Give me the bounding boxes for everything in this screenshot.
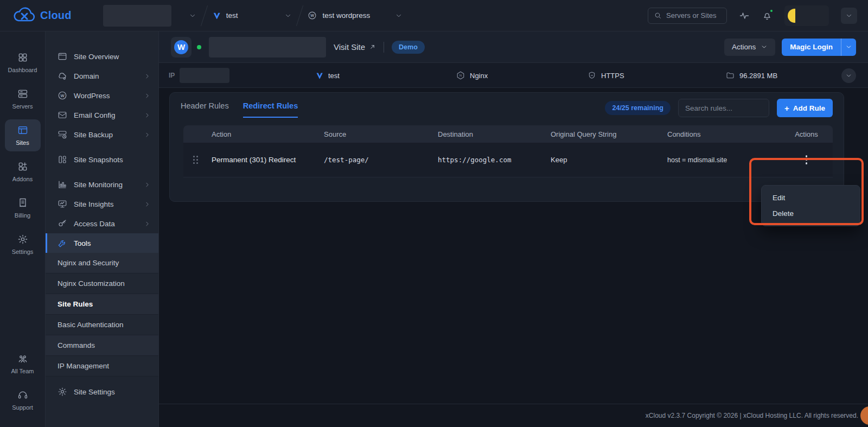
drag-handle[interactable] [193, 156, 199, 164]
redacted-site-name [209, 37, 326, 58]
chevron-right-icon [144, 112, 151, 119]
menu-item-site-snapshots[interactable]: Site Snapshots [46, 150, 158, 169]
chevron-down-icon [284, 12, 292, 20]
submenu-item-site-rules[interactable]: Site Rules [46, 294, 158, 315]
tab-redirect-rules[interactable]: Redirect Rules [243, 101, 298, 118]
col-source: Source [324, 130, 438, 138]
tab-header-rules[interactable]: Header Rules [181, 101, 229, 118]
menu-item-domain[interactable]: Domain [46, 66, 158, 86]
col-original-query-string: Original Query String [551, 130, 667, 138]
sidebar-item-billing[interactable]: Billing [5, 192, 41, 224]
col-destination: Destination [438, 130, 551, 138]
menu-item-access-data[interactable]: Access Data [46, 214, 158, 233]
site-breadcrumb-label: test [226, 11, 238, 20]
sidebar-item-sites[interactable]: Sites [5, 119, 41, 151]
external-link-icon [369, 43, 376, 50]
billing-icon [17, 197, 28, 208]
activity-icon[interactable] [739, 10, 750, 21]
chat-widget-sliver[interactable] [860, 406, 868, 425]
chevron-down-icon [395, 12, 403, 20]
rules-card: Header Rules Redirect Rules 24/25 remain… [169, 92, 844, 202]
menu-item-site-insights[interactable]: Site Insights [46, 194, 158, 214]
topbar: Cloud test W test wordpress [0, 0, 868, 31]
divider [384, 42, 384, 53]
team-icon [17, 353, 28, 364]
app-breadcrumb-label: test wordpress [322, 11, 370, 20]
svg-text:W: W [60, 93, 65, 98]
site-menu: Site Overview Domain W WordPress Email [46, 31, 159, 427]
site-breadcrumb[interactable]: test [212, 11, 292, 20]
wordpress-site-icon: W [171, 37, 192, 58]
user-menu-button[interactable] [841, 8, 857, 24]
submenu-item-basic-authentication[interactable]: Basic Authentication [46, 315, 158, 335]
menu-item-site-settings[interactable]: Site Settings [46, 382, 158, 401]
cell-source: /test-page/ [324, 156, 438, 164]
xcloud-logo[interactable]: Cloud [0, 7, 86, 24]
magic-login-button[interactable]: Magic Login [782, 39, 856, 56]
app-breadcrumb[interactable]: W test wordpress [308, 11, 403, 20]
logo-text: Cloud [40, 9, 72, 22]
notification-dot [769, 9, 774, 13]
info-ip: IP [169, 63, 229, 88]
servers-icon [17, 88, 28, 99]
row-actions-menu: Edit Delete [761, 185, 860, 226]
gear-icon [58, 387, 67, 397]
sidebar-item-support[interactable]: Support [5, 384, 41, 416]
add-rule-button[interactable]: + Add Rule [777, 99, 833, 117]
menu-item-site-backup[interactable]: Site Backup [46, 125, 158, 144]
monitor-icon [58, 199, 67, 209]
domain-cloud-icon [58, 71, 67, 81]
notifications-bell-icon[interactable] [762, 10, 773, 21]
info-disk-usage: 96.2891 MB [726, 63, 777, 88]
site-header: W Visit Site Demo Actions Magic Login [159, 31, 868, 63]
actions-button[interactable]: Actions [724, 39, 775, 56]
envelope-icon [58, 110, 67, 120]
menu-item-delete[interactable]: Delete [762, 206, 860, 221]
rules-search-input[interactable] [678, 99, 769, 117]
tools-submenu: Nginx and Security Nginx Customization S… [46, 253, 158, 377]
menu-item-wordpress[interactable]: W WordPress [46, 86, 158, 105]
headset-icon [17, 390, 28, 400]
menu-item-site-monitoring[interactable]: Site Monitoring [46, 175, 158, 194]
sidebar-item-dashboard[interactable]: Dashboard [5, 47, 41, 79]
table-header-row: Action Source Destination Original Query… [183, 125, 833, 143]
redacted-user-name [795, 5, 829, 26]
sidebar-item-servers[interactable]: Servers [5, 83, 41, 115]
chevron-right-icon [144, 73, 151, 80]
user-avatar[interactable] [784, 5, 829, 26]
footer: xCloud v2.3.7 Copyright © 2026 | xCloud … [159, 404, 868, 427]
sidebar-item-settings[interactable]: Settings [5, 228, 41, 260]
chevron-right-icon [144, 92, 151, 99]
cell-action: Permanent (301) Redirect [212, 156, 324, 164]
global-search[interactable] [648, 8, 727, 24]
row-actions-kebab-icon[interactable] [800, 152, 813, 168]
magic-login-chevron[interactable] [841, 39, 856, 56]
sites-icon [17, 125, 28, 136]
gear-icon [17, 234, 28, 245]
menu-item-email-config[interactable]: Email Config [46, 105, 158, 125]
wordpress-icon: W [308, 11, 317, 20]
rules-card-header: Header Rules Redirect Rules 24/25 remain… [170, 93, 844, 118]
submenu-item-commands[interactable]: Commands [46, 335, 158, 356]
site-info-bar: IP test N Nginx HTTPS [159, 63, 868, 88]
menu-item-tools[interactable]: Tools [46, 233, 158, 253]
col-actions: Actions [780, 130, 833, 138]
chevron-right-icon [144, 201, 151, 208]
chevron-right-icon [144, 220, 151, 227]
dashboard-icon [17, 52, 28, 63]
global-search-input[interactable] [666, 11, 721, 20]
submenu-item-nginx-customization[interactable]: Nginx Customization [46, 273, 158, 294]
menu-item-site-overview[interactable]: Site Overview [46, 47, 158, 66]
info-bar-expand-button[interactable] [841, 68, 856, 83]
snapshots-icon [58, 155, 67, 164]
menu-item-edit[interactable]: Edit [762, 190, 860, 206]
folder-icon [726, 71, 735, 80]
submenu-item-nginx-and-security[interactable]: Nginx and Security [46, 253, 158, 273]
sidebar-item-addons[interactable]: Addons [5, 156, 41, 188]
redirect-rules-table: Action Source Destination Original Query… [183, 125, 833, 177]
submenu-item-ip-management[interactable]: IP Management [46, 356, 158, 377]
visit-site-link[interactable]: Visit Site [334, 42, 376, 52]
server-breadcrumb[interactable] [103, 5, 196, 27]
search-icon [654, 11, 662, 20]
sidebar-item-all-team[interactable]: All Team [5, 348, 41, 380]
